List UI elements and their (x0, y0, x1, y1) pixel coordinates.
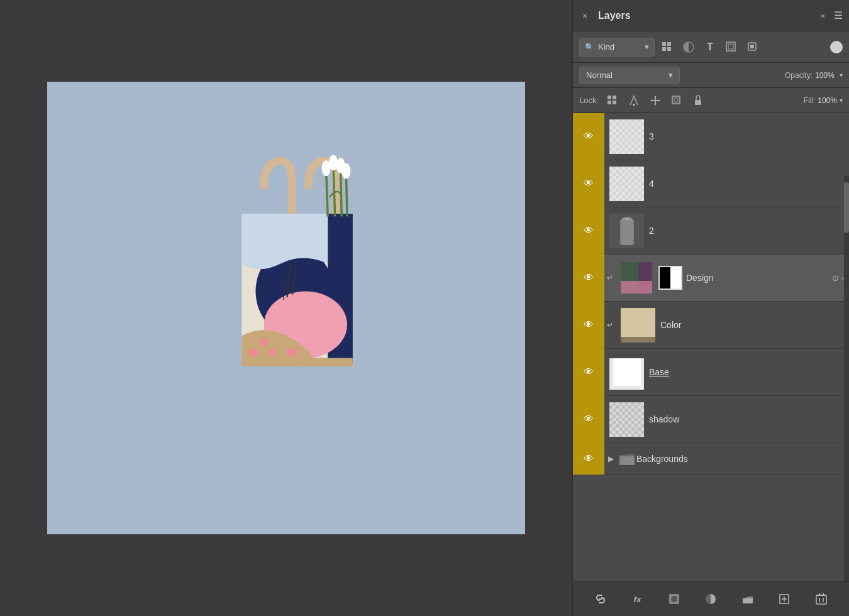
panel-titlebar: × Layers « ☰ (573, 0, 849, 31)
fill-dropdown-arrow[interactable]: ▾ (840, 97, 843, 104)
layer-name: Color (660, 320, 849, 330)
svg-rect-13 (241, 358, 352, 366)
eye-icon: 👁 (584, 366, 594, 378)
fill-section: Fill: 100% ▾ (804, 96, 843, 105)
lock-all-icon[interactable] (691, 93, 706, 108)
layer-row[interactable]: 👁 3 (573, 113, 849, 160)
kind-dropdown[interactable]: 🔍 Kind ▾ (579, 38, 655, 57)
fill-value: 100% (818, 96, 837, 105)
layer-visibility-toggle[interactable]: 👁 (573, 443, 604, 475)
layer-row[interactable]: 👁 ↵ Design ⊙ › (573, 255, 849, 302)
opacity-row: Opacity: 100% ▾ (785, 71, 843, 80)
svg-point-4 (287, 348, 296, 357)
layer-row[interactable]: 👁 ↵ Color (573, 302, 849, 349)
lock-move-icon[interactable] (648, 93, 663, 108)
layer-name: 2 (649, 226, 849, 236)
svg-rect-48 (743, 598, 753, 603)
layer-thumbnail (609, 214, 644, 248)
svg-point-9 (250, 348, 258, 356)
layer-name: 3 (649, 131, 849, 141)
lock-label: Lock: (579, 96, 599, 105)
layer-visibility-toggle[interactable]: 👁 (573, 160, 604, 207)
svg-marker-37 (654, 96, 657, 97)
opacity-dropdown-arrow[interactable]: ▾ (840, 72, 843, 79)
text-filter-icon[interactable]: T (701, 38, 719, 56)
layer-thumbnail (621, 262, 652, 294)
eye-icon: 👁 (584, 453, 594, 465)
fill-label: Fill: (804, 96, 816, 105)
svg-point-46 (671, 596, 677, 602)
blend-mode-dropdown[interactable]: Normal ▾ (579, 67, 680, 84)
svg-line-16 (340, 167, 341, 216)
layer-name: shadow (649, 414, 849, 424)
layer-name: Design (686, 273, 832, 283)
layer-row[interactable]: 👁 2 (573, 207, 849, 255)
clip-indicator-icon: ↵ (607, 321, 613, 329)
layer-name: Base (649, 367, 849, 377)
panel-menu-button[interactable]: ☰ (834, 9, 843, 21)
layer-effects-button[interactable]: fx (628, 590, 647, 608)
layer-thumbnail (609, 119, 644, 154)
svg-point-8 (260, 339, 268, 346)
kind-dropdown-arrow: ▾ (645, 42, 649, 52)
svg-rect-25 (667, 47, 671, 51)
group-name: Backgrounds (636, 454, 849, 464)
layer-thumbnail (609, 167, 644, 201)
folder-icon (618, 449, 636, 468)
add-mask-button[interactable] (665, 590, 684, 608)
layer-row[interactable]: 👁 Base (573, 349, 849, 396)
smart-object-icon[interactable]: ⊙ (832, 273, 839, 283)
bottom-toolbar: fx (573, 581, 849, 616)
layer-thumbnail (621, 308, 655, 343)
svg-rect-29 (728, 44, 733, 49)
layer-visibility-toggle[interactable]: 👁 (573, 349, 604, 396)
panel-scrollbar[interactable] (844, 176, 849, 581)
svg-rect-31 (750, 45, 754, 48)
link-layers-button[interactable] (591, 590, 610, 608)
svg-marker-40 (658, 99, 660, 102)
svg-rect-52 (816, 595, 826, 604)
svg-point-21 (341, 163, 350, 179)
eye-icon: 👁 (584, 319, 594, 331)
svg-line-14 (326, 169, 328, 216)
layer-visibility-toggle[interactable]: 👁 (573, 396, 604, 443)
opacity-value: 100% (815, 71, 837, 80)
svg-rect-28 (726, 42, 735, 51)
blend-mode-row: Normal ▾ Opacity: 100% ▾ (573, 63, 849, 88)
lock-artboard-icon[interactable] (669, 93, 684, 108)
pixel-filter-icon[interactable] (658, 38, 676, 56)
filter-toolbar: 🔍 Kind ▾ T (573, 31, 849, 63)
lock-paint-icon[interactable] (626, 93, 641, 108)
svg-point-7 (269, 348, 276, 356)
scrollbar-thumb[interactable] (844, 182, 849, 233)
smart-filter-icon[interactable] (744, 38, 762, 56)
adjustment-filter-icon[interactable] (680, 38, 697, 56)
eye-icon: 👁 (584, 178, 594, 189)
add-artboard-button[interactable] (775, 590, 794, 608)
svg-point-36 (633, 104, 635, 106)
layer-visibility-toggle[interactable]: 👁 (573, 255, 604, 302)
svg-rect-33 (613, 96, 616, 99)
layer-name: 4 (649, 179, 849, 189)
adjustment-layer-button[interactable] (701, 590, 720, 608)
layer-visibility-toggle[interactable]: 👁 (573, 113, 604, 160)
layer-row[interactable]: 👁 shadow (573, 396, 849, 443)
layer-thumbnail (609, 402, 644, 437)
layer-visibility-toggle[interactable]: 👁 (573, 302, 604, 349)
tote-bag-illustration (192, 138, 380, 478)
group-layers-button[interactable] (738, 590, 757, 608)
layer-row[interactable]: 👁 4 (573, 160, 849, 207)
svg-rect-22 (662, 42, 666, 46)
delete-layer-button[interactable] (812, 590, 831, 608)
layer-mask-thumbnail (658, 266, 682, 290)
group-expand-icon[interactable]: ▶ (608, 454, 614, 463)
layer-visibility-toggle[interactable]: 👁 (573, 207, 604, 255)
close-button[interactable]: × (579, 10, 591, 21)
layer-group-row[interactable]: 👁 ▶ Backgrounds (573, 443, 849, 475)
collapse-button[interactable]: « (821, 11, 824, 20)
filter-circle-toggle[interactable] (830, 41, 843, 53)
lock-pixels-icon[interactable] (605, 93, 620, 108)
panel-title: Layers (598, 10, 816, 21)
search-icon: 🔍 (585, 43, 594, 52)
shape-filter-icon[interactable] (723, 38, 740, 56)
